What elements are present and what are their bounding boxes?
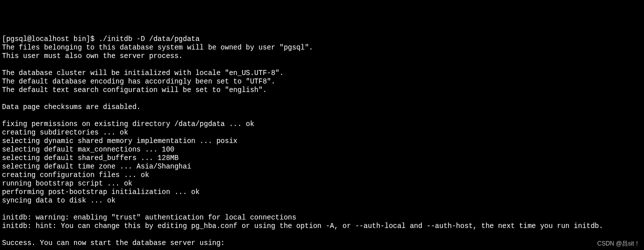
shell-prompt: [pgsql@localhost bin]$: [2, 35, 99, 43]
terminal-output[interactable]: [pgsql@localhost bin]$ ./initdb -D /data…: [2, 35, 642, 250]
terminal-lines: The files belonging to this database sys…: [2, 44, 603, 250]
watermark-text: CSDN @昌sit！: [597, 240, 640, 248]
shell-command: ./initdb -D /data/pgdata: [99, 35, 200, 43]
